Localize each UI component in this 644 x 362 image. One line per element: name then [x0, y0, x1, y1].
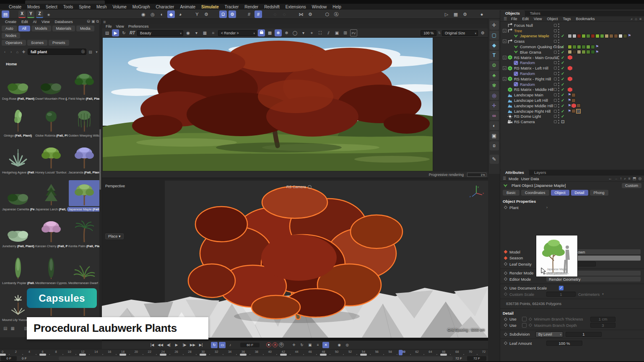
- asset-thumbnail[interactable]: [3, 180, 34, 206]
- record-parameter-toggle[interactable]: ≡: [314, 342, 321, 348]
- plant-expand-arrow[interactable]: ›: [546, 205, 548, 209]
- annotation-flag-icon[interactable]: ⚑: [568, 98, 571, 102]
- material-tag[interactable]: [582, 45, 586, 49]
- material-tag[interactable]: [576, 103, 581, 108]
- annotation-flag-icon[interactable]: ⚑: [628, 34, 631, 38]
- vp-menu-file[interactable]: File: [104, 24, 114, 28]
- material-tag[interactable]: [586, 45, 590, 49]
- menu-simulate[interactable]: Simulate: [198, 5, 222, 9]
- auto-axis-icon[interactable]: Ⓐ: [332, 10, 340, 18]
- enabled-check-icon[interactable]: ✓: [561, 44, 566, 49]
- asset-japanese-maple[interactable]: Japanese Maple (Fall, ...: [68, 180, 101, 212]
- asset-ginkgo[interactable]: Ginkgo (Fall, Plant): [1, 106, 34, 138]
- visibility-dots[interactable]: [558, 93, 560, 97]
- rt-toggle[interactable]: RT: [129, 29, 136, 36]
- attr-tab-layers[interactable]: Layers: [529, 170, 551, 176]
- menu-spline[interactable]: Spline: [76, 5, 93, 9]
- image-icon[interactable]: ▣: [333, 29, 340, 36]
- annotation-flag-icon[interactable]: ⚑: [568, 93, 571, 97]
- visibility-dots[interactable]: [558, 83, 560, 86]
- material-sphere-icon[interactable]: ●: [478, 10, 486, 18]
- asset-thumbnail[interactable]: [69, 180, 100, 206]
- symmetry-settings-icon[interactable]: ⚙: [306, 10, 314, 18]
- filter-tab-scenes[interactable]: Scenes: [27, 40, 47, 46]
- solo-hierarchy-button[interactable]: ◎: [344, 342, 351, 348]
- expander-icon[interactable]: -: [503, 56, 506, 59]
- visibility-dots[interactable]: [558, 72, 560, 75]
- asset-mediterranean-cypres[interactable]: Mediterranean Cypres...: [34, 254, 68, 285]
- redshift-tag-icon[interactable]: [568, 55, 572, 60]
- layer-toggle[interactable]: [554, 34, 557, 37]
- expander-icon[interactable]: -: [503, 29, 506, 33]
- deformer-icon[interactable]: ◎: [490, 91, 499, 100]
- record-position-toggle[interactable]: ✛: [291, 342, 297, 348]
- sound-toggle-button[interactable]: ♪: [227, 342, 234, 348]
- render-view-icon[interactable]: ▷: [443, 10, 450, 18]
- refresh-render-icon[interactable]: ↻: [120, 29, 127, 36]
- asset-lombardy-poplar[interactable]: Lombardy Poplar (Fall...: [1, 254, 34, 285]
- editor-mode-select[interactable]: Render Geometry: [546, 277, 641, 282]
- focus-region-icon[interactable]: ⛶: [317, 29, 324, 36]
- material-tag[interactable]: [600, 34, 604, 38]
- asset-thumbnail[interactable]: [36, 143, 67, 169]
- object-row-rs-matrix-right-hill[interactable]: -RS Matrix - Right Hill✓: [500, 76, 644, 82]
- visibility-dots[interactable]: [558, 34, 560, 38]
- enabled-check-icon[interactable]: ✓: [561, 77, 566, 81]
- vp-menu-view[interactable]: View: [114, 24, 126, 28]
- snapshot-icon[interactable]: ❄: [275, 29, 282, 36]
- edges-mode-icon[interactable]: ◎: [149, 10, 156, 18]
- enabled-check-icon[interactable]: ✓: [561, 66, 566, 70]
- visibility-dots[interactable]: [558, 61, 560, 65]
- layer-toggle[interactable]: [554, 45, 557, 48]
- redshift-tag-icon[interactable]: [568, 77, 572, 81]
- snap-settings-icon[interactable]: ⚙: [229, 10, 236, 18]
- enabled-check-icon[interactable]: ✓: [561, 82, 566, 87]
- model-mode-icon[interactable]: ◆: [167, 10, 175, 18]
- lock-x-axis-button[interactable]: X: [18, 10, 26, 18]
- attr-filter-icon[interactable]: ≡: [628, 176, 630, 181]
- user-data-menu[interactable]: User Data: [521, 176, 539, 181]
- filter-tab-models[interactable]: Models: [31, 26, 51, 31]
- asset-field-maple[interactable]: Field Maple (Fall, Plant): [68, 70, 101, 101]
- play-button[interactable]: ▶: [173, 342, 180, 348]
- menu-mesh[interactable]: Mesh: [93, 5, 109, 9]
- render-slot-select[interactable]: < Render >: [218, 30, 257, 36]
- visibility-dots[interactable]: [558, 66, 560, 70]
- record-keyframe-button[interactable]: [266, 342, 271, 347]
- asset-dog-rose[interactable]: Dog-Rose (Fall, Plant): [1, 70, 34, 101]
- visibility-dots[interactable]: [558, 88, 560, 91]
- attr-lock-icon[interactable]: ⬒: [633, 176, 636, 181]
- layer-toggle[interactable]: [554, 115, 557, 118]
- visibility-dots[interactable]: [558, 39, 560, 43]
- visibility-dots[interactable]: [558, 120, 560, 124]
- redshift-tag-icon[interactable]: [568, 66, 572, 70]
- filter-tab-nodes[interactable]: Nodes: [2, 33, 20, 39]
- material-tag[interactable]: [571, 98, 576, 103]
- next-key-button[interactable]: ▶▶: [189, 342, 196, 348]
- perspective-viewport[interactable]: y x z Perspective RS Camera Place ▾ Grid…: [102, 178, 488, 338]
- chevron-down-icon[interactable]: ▾: [94, 50, 99, 54]
- history-back-icon[interactable]: ←: [608, 176, 612, 181]
- polygons-mode-icon[interactable]: ◐: [158, 10, 166, 18]
- material-tag[interactable]: [605, 34, 609, 38]
- vp-menu-preferences[interactable]: Preferences: [126, 24, 151, 28]
- season-key-diamond[interactable]: [504, 256, 507, 260]
- picture-viewer-icon[interactable]: PV: [350, 29, 357, 36]
- back-arrow-icon[interactable]: ‹: [3, 50, 7, 54]
- leaf-amount-key-diamond[interactable]: [504, 341, 507, 345]
- visibility-dots[interactable]: [558, 114, 560, 118]
- object-row-landscape-left-hill[interactable]: Landscape Left Hill✓⚑: [500, 98, 644, 103]
- layer-toggle[interactable]: [554, 40, 557, 43]
- material-tag[interactable]: [586, 34, 590, 38]
- start-interactive-render-icon[interactable]: ▶: [112, 29, 119, 36]
- asset-kentia-palm[interactable]: Kentia Palm (Fall, Plant): [68, 217, 101, 248]
- compare-icon[interactable]: ⫽: [325, 29, 332, 36]
- render-picture-viewer-icon[interactable]: ▦: [452, 10, 460, 18]
- render-region-icon[interactable]: ▤: [104, 29, 111, 36]
- material-tag[interactable]: [609, 34, 613, 38]
- mode-menu[interactable]: Mode: [509, 176, 519, 181]
- parent-icon[interactable]: ↑: [620, 176, 622, 181]
- place-tool-chip[interactable]: Place ▾: [105, 233, 124, 239]
- circle-select-icon[interactable]: ◯: [291, 29, 299, 36]
- menu-volume[interactable]: Volume: [109, 5, 129, 9]
